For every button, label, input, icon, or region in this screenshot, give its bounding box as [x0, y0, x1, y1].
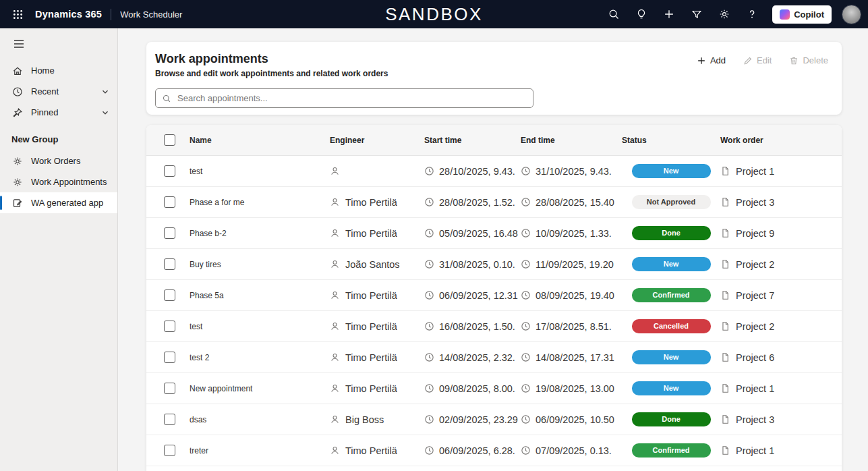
work-appointments-icon — [11, 177, 23, 188]
work-order-icon — [720, 290, 730, 300]
table-row[interactable]: Phase a for meTimo Pertilä28/08/2025, 1.… — [146, 187, 842, 218]
chevron-down-icon[interactable] — [101, 109, 109, 117]
chevron-down-icon[interactable] — [101, 88, 109, 96]
clock-icon — [521, 197, 531, 207]
row-checkbox[interactable] — [164, 352, 175, 363]
row-checkbox[interactable] — [164, 196, 175, 208]
table-row[interactable]: testTimo Pertilä16/08/2025, 1.50.17/08/2… — [146, 311, 842, 342]
row-checkbox[interactable] — [164, 414, 175, 425]
row-checkbox[interactable] — [164, 383, 175, 394]
sidebar-item-wa-generated-app[interactable]: WA generated app — [0, 192, 117, 213]
row-select-cell — [146, 258, 190, 270]
cell-work-order: Project 7 — [720, 290, 842, 301]
lightbulb-icon[interactable] — [630, 3, 653, 25]
cell-work-order: Project 2 — [720, 259, 842, 270]
work-order-icon — [720, 197, 730, 207]
brand-title: Dynamics 365 — [35, 9, 102, 20]
table-row[interactable]: test 2Timo Pertilä14/08/2025, 2.32.14/08… — [146, 342, 842, 373]
cell-start-time: 28/08/2025, 1.52. — [424, 197, 521, 208]
row-checkbox[interactable] — [164, 321, 175, 332]
cell-name: Buy tires — [190, 260, 330, 269]
cell-work-order: Project 2 — [720, 321, 842, 332]
cell-end-time: 28/08/2025, 15.40 — [521, 197, 622, 208]
row-select-cell — [146, 321, 190, 332]
sidebar: Home Recent Pinned New G — [0, 28, 118, 471]
sidebar-item-label: Work Orders — [31, 156, 80, 166]
edit-button[interactable]: Edit — [743, 55, 772, 65]
table-row[interactable]: Phase 5aTimo Pertilä06/09/2025, 12.3108/… — [146, 280, 842, 311]
person-icon — [330, 259, 340, 269]
select-all-checkbox[interactable] — [164, 134, 175, 146]
person-icon — [330, 352, 340, 362]
column-header-start-time: Start time — [424, 136, 521, 145]
topbar-divider — [111, 9, 111, 20]
page-subtitle: Browse and edit work appointments and re… — [155, 69, 830, 79]
sidebar-item-pinned[interactable]: Pinned — [0, 102, 117, 123]
cell-work-order: Project 3 — [720, 197, 842, 208]
table-row[interactable]: treterTimo Pertilä06/09/2025, 6.28.07/09… — [146, 435, 842, 466]
clock-icon — [424, 228, 434, 238]
row-checkbox[interactable] — [164, 227, 175, 239]
table-row[interactable]: New appointmentTimo Pertilä09/08/2025, 8… — [146, 373, 842, 404]
add-button[interactable]: Add — [697, 55, 726, 65]
hamburger-menu-icon[interactable] — [11, 36, 27, 52]
sidebar-item-work-orders[interactable]: Work Orders — [0, 150, 117, 171]
delete-button[interactable]: Delete — [789, 55, 828, 65]
clock-icon — [11, 86, 23, 97]
pin-icon — [11, 107, 23, 118]
settings-gear-icon[interactable] — [713, 3, 736, 25]
work-order-icon — [720, 166, 730, 176]
row-select-cell — [146, 227, 190, 239]
pencil-icon — [743, 56, 753, 65]
column-header-work-order: Work order — [720, 136, 842, 145]
user-avatar[interactable] — [842, 5, 861, 24]
row-checkbox[interactable] — [164, 445, 175, 456]
app-name[interactable]: Work Scheduler — [120, 9, 182, 20]
sidebar-item-work-appointments[interactable]: Work Appointments — [0, 171, 117, 192]
cell-start-time: 28/10/2025, 9.43. — [424, 166, 521, 177]
cell-start-time: 06/09/2025, 6.28. — [424, 445, 521, 456]
filter-icon[interactable] — [685, 3, 708, 25]
clock-icon — [424, 321, 434, 331]
cell-engineer: Timo Pertilä — [330, 290, 424, 301]
cell-name: Phase b-2 — [190, 229, 330, 238]
cell-end-time: 11/09/2025, 19.20 — [521, 259, 622, 270]
cell-end-time: 07/09/2025, 0.13. — [521, 445, 622, 456]
row-checkbox[interactable] — [164, 289, 175, 301]
search-input[interactable] — [176, 92, 527, 104]
cell-name: New appointment — [190, 384, 330, 393]
cell-engineer: Big Boss — [330, 414, 424, 425]
row-checkbox[interactable] — [164, 258, 175, 270]
row-checkbox[interactable] — [164, 165, 175, 177]
cell-end-time: 08/09/2025, 19.40 — [521, 290, 622, 301]
person-icon — [330, 321, 340, 331]
search-icon[interactable] — [602, 3, 625, 25]
appointments-table: Name Engineer Start time End time Status… — [146, 125, 842, 471]
cell-name: treter — [190, 446, 330, 455]
work-order-icon — [720, 259, 730, 269]
table-row[interactable]: Phase b-2Timo Pertilä05/09/2025, 16.4810… — [146, 218, 842, 249]
topbar: Dynamics 365 Work Scheduler SANDBOX — [0, 0, 868, 28]
cell-name: test 2 — [190, 353, 330, 362]
table-row[interactable]: dsasBig Boss02/09/2025, 23.2906/09/2025,… — [146, 404, 842, 435]
add-icon[interactable] — [658, 3, 681, 25]
sidebar-item-home[interactable]: Home — [0, 60, 117, 81]
column-header-engineer: Engineer — [330, 136, 424, 145]
person-icon — [330, 414, 340, 424]
cell-engineer: João Santos — [330, 259, 424, 270]
copilot-button[interactable]: Copilot — [772, 5, 832, 24]
cell-start-time: 09/08/2025, 8.00. — [424, 383, 521, 394]
work-orders-icon — [11, 156, 23, 167]
work-order-icon — [720, 445, 730, 455]
person-icon — [330, 197, 340, 207]
table-row[interactable]: test28/10/2025, 9.43.31/10/2025, 9.43.Ne… — [146, 156, 842, 187]
table-row[interactable]: Buy tiresJoão Santos31/08/2025, 0.10.11/… — [146, 249, 842, 280]
app-launcher-icon[interactable] — [9, 5, 26, 23]
help-icon[interactable] — [741, 3, 763, 25]
cell-engineer: Timo Pertilä — [330, 352, 424, 363]
status-badge: Not Approved — [632, 195, 711, 209]
header-card: Work appointments Browse and edit work a… — [146, 42, 842, 115]
sidebar-item-recent[interactable]: Recent — [0, 81, 117, 102]
cell-status: Confirmed — [622, 443, 720, 458]
clock-icon — [424, 197, 434, 207]
